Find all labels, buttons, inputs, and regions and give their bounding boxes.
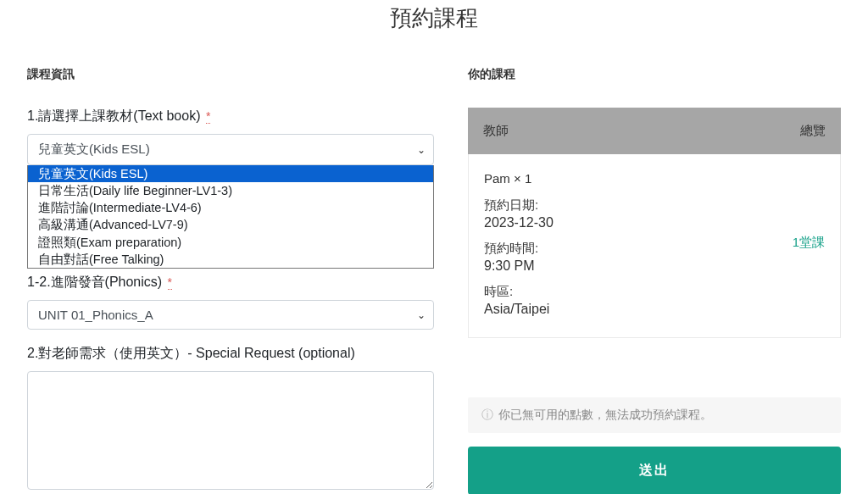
phonics-label: 1-2.進階發音(Phonics) * (27, 274, 172, 291)
required-mark: * (206, 109, 210, 124)
textbook-option-1[interactable]: 日常生活(Daily life Beginner-LV1-3) (28, 182, 433, 199)
textbook-option-3[interactable]: 高級溝通(Advanced-LV7-9) (28, 216, 433, 233)
info-icon: ⓘ (481, 408, 493, 423)
your-course-label: 你的課程 (468, 67, 841, 82)
phonics-select[interactable]: UNIT 01_Phonics_A (27, 300, 434, 330)
no-credits-notice: ⓘ 你已無可用的點數，無法成功預約課程。 (468, 397, 841, 433)
textbook-option-2[interactable]: 進階討論(Intermediate-LV4-6) (28, 199, 433, 216)
summary-header: 教師 總覽 (468, 108, 841, 154)
textbook-label: 1.請選擇上課教材(Text book) * (27, 108, 210, 125)
special-request-label: 2.對老師需求（使用英文）- Special Request (optional… (27, 345, 355, 363)
summary-time-value: 9:30 PM (484, 258, 825, 274)
textbook-option-0[interactable]: 兒童英文(Kids ESL) (28, 165, 433, 182)
special-request-input[interactable] (27, 371, 434, 490)
summary-time-label: 預約時間: (484, 241, 825, 257)
summary-header-overview: 總覽 (800, 123, 826, 139)
summary-header-teacher: 教師 (483, 123, 509, 139)
textbook-option-5[interactable]: 自由對話(Free Talking) (28, 251, 433, 268)
required-mark: * (168, 275, 172, 290)
summary-body: Pam × 1 預約日期: 2023-12-30 預約時間: 9:30 PM 時… (468, 154, 841, 338)
notice-text: 你已無可用的點數，無法成功預約課程。 (498, 408, 712, 423)
summary-teacher: Pam × 1 (484, 169, 825, 187)
summary-date-value: 2023-12-30 (484, 215, 825, 230)
textbook-dropdown-list: 兒童英文(Kids ESL) 日常生活(Daily life Beginner-… (27, 165, 434, 269)
credit-count: 1堂課 (793, 235, 825, 251)
textbook-select[interactable]: 兒童英文(Kids ESL) (27, 134, 434, 165)
textbook-option-4[interactable]: 證照類(Exam preparation) (28, 234, 433, 251)
submit-button[interactable]: 送出 (468, 447, 841, 494)
summary-tz-value: Asia/Taipei (484, 302, 825, 317)
summary-date-label: 預約日期: (484, 197, 825, 214)
course-info-label: 課程資訊 (27, 67, 434, 82)
summary-tz-label: 時區: (484, 284, 825, 300)
page-title: 預約課程 (27, 3, 841, 33)
